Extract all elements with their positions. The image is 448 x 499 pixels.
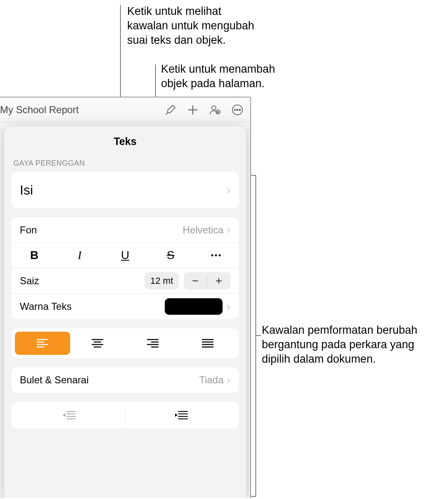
indent-card — [12, 402, 239, 428]
size-stepper: − + — [184, 272, 230, 290]
size-label: Saiz — [20, 275, 145, 287]
more-button[interactable] — [228, 100, 247, 119]
font-value: Helvetica — [183, 224, 224, 236]
font-row[interactable]: Fon Helvetica › — [12, 217, 239, 243]
svg-point-8 — [237, 109, 238, 110]
font-style-row: B I U S — [12, 243, 239, 268]
text-color-swatch[interactable] — [165, 298, 223, 315]
ellipsis-icon — [211, 254, 221, 257]
callout-panel: Kawalan pemformatan berubah bergantung p… — [262, 323, 443, 366]
font-card: Fon Helvetica › B I U S — [12, 217, 239, 319]
svg-point-11 — [215, 254, 217, 257]
font-label: Fon — [20, 224, 183, 236]
size-value[interactable]: 12 mt — [145, 272, 179, 290]
bold-button[interactable]: B — [12, 243, 57, 268]
align-center-button[interactable] — [70, 332, 126, 355]
format-popover: Teks GAYA PERENGGAN Isi › Fon Helvetica … — [4, 126, 246, 498]
underline-button[interactable]: U — [102, 243, 148, 268]
ellipsis-circle-icon — [231, 104, 244, 116]
bullets-row[interactable]: Bulet & Senarai Tiada › — [12, 367, 239, 393]
indent-icon — [174, 410, 188, 420]
collaborate-button[interactable] — [206, 100, 225, 119]
svg-point-9 — [239, 109, 241, 110]
indent-button[interactable] — [126, 404, 237, 427]
svg-point-7 — [235, 109, 236, 110]
alignment-card — [12, 328, 239, 358]
outdent-button[interactable] — [13, 404, 125, 427]
align-center-icon — [91, 339, 104, 348]
bullets-value: Tiada — [199, 374, 223, 386]
plus-icon — [187, 104, 199, 116]
callout-line-panel — [256, 335, 261, 336]
callout-format: Ketik untuk melihat kawalan untuk mengub… — [127, 4, 263, 48]
align-right-button[interactable] — [125, 332, 180, 355]
person-add-icon — [209, 104, 221, 116]
bullets-label: Bulet & Senarai — [20, 374, 199, 386]
text-color-label: Warna Teks — [20, 301, 165, 312]
format-button[interactable] — [161, 100, 180, 119]
paragraph-style-card: Isi › — [12, 172, 239, 208]
bullets-card: Bulet & Senarai Tiada › — [12, 367, 239, 393]
popover-title: Teks — [4, 135, 246, 147]
app-window: My School Report — [0, 97, 251, 498]
chevron-right-icon: › — [227, 223, 230, 236]
chevron-right-icon: › — [227, 300, 230, 313]
italic-button[interactable]: I — [57, 243, 102, 268]
align-justify-button[interactable] — [180, 332, 236, 355]
size-decrease-button[interactable]: − — [184, 272, 207, 290]
callout-insert: Ketik untuk menambah objek pada halaman. — [161, 62, 293, 91]
section-paragraph-style-label: GAYA PERENGGAN — [13, 159, 237, 168]
toolbar: My School Report — [0, 97, 250, 122]
size-row: Saiz 12 mt − + — [12, 268, 239, 294]
outdent-icon — [62, 410, 76, 420]
paragraph-style-value: Isi — [20, 183, 227, 198]
callout-line-format — [120, 5, 121, 107]
insert-button[interactable] — [183, 100, 202, 119]
svg-point-10 — [211, 254, 213, 257]
paintbrush-icon — [164, 104, 177, 116]
paragraph-style-row[interactable]: Isi › — [12, 172, 239, 208]
popover-arrow-icon — [116, 126, 127, 127]
callout-bracket — [251, 175, 256, 497]
strikethrough-button[interactable]: S — [148, 243, 193, 268]
more-styles-button[interactable] — [193, 243, 239, 268]
text-color-row[interactable]: Warna Teks › — [12, 294, 239, 319]
svg-point-2 — [212, 106, 216, 110]
chevron-right-icon: › — [227, 374, 230, 387]
size-increase-button[interactable]: + — [207, 272, 230, 290]
document-title[interactable]: My School Report — [0, 104, 79, 116]
svg-point-12 — [219, 254, 221, 257]
align-left-icon — [36, 339, 49, 348]
align-left-button[interactable] — [15, 332, 70, 355]
align-right-icon — [147, 339, 159, 348]
chevron-right-icon: › — [227, 184, 230, 197]
align-justify-icon — [201, 339, 214, 348]
